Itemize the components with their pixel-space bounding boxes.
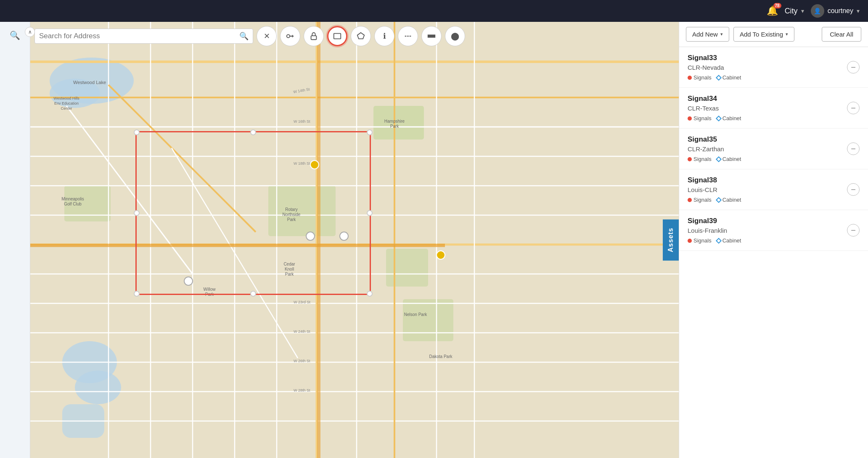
info-tool-button[interactable]: ℹ bbox=[374, 26, 394, 46]
main-container: 🔍 ∧ 🔍 ✕ bbox=[0, 22, 868, 458]
lock-tool-button[interactable] bbox=[304, 26, 324, 46]
add-to-existing-button[interactable]: Add To Existing ▾ bbox=[733, 27, 794, 42]
svg-text:Golf Club: Golf Club bbox=[64, 202, 82, 206]
cabinet-tag-label: Cabinet bbox=[722, 74, 741, 81]
add-to-existing-label: Add To Existing bbox=[740, 31, 783, 38]
sidebar-search-icon[interactable]: 🔍 bbox=[6, 27, 24, 44]
extra-tool-button[interactable]: ⬤ bbox=[445, 26, 465, 46]
cabinet-diamond-icon bbox=[716, 237, 722, 243]
map-container[interactable]: 🔍 ✕ bbox=[30, 22, 679, 458]
svg-rect-3 bbox=[428, 34, 435, 37]
cabinet-tag-label: Cabinet bbox=[722, 237, 741, 244]
search-button[interactable]: 🔍 bbox=[239, 32, 249, 41]
remove-signal-button-signal35[interactable]: − bbox=[847, 142, 860, 155]
add-new-chevron-icon: ▾ bbox=[720, 32, 723, 37]
svg-text:Center: Center bbox=[61, 106, 72, 111]
add-to-existing-chevron-icon: ▾ bbox=[786, 32, 788, 37]
svg-text:Rotary: Rotary bbox=[285, 207, 297, 212]
cabinet-tag-signal38: Cabinet bbox=[717, 197, 741, 203]
signal-dot-icon bbox=[688, 116, 692, 121]
signal-subtitle-signal33: CLR-Nevada bbox=[688, 64, 847, 71]
svg-rect-1 bbox=[311, 36, 317, 39]
rectangle-tool-button[interactable] bbox=[327, 26, 347, 46]
svg-point-69 bbox=[306, 232, 315, 240]
svg-text:W 24th St: W 24th St bbox=[294, 329, 310, 334]
svg-text:W 16th St: W 16th St bbox=[294, 119, 310, 124]
add-new-button[interactable]: Add New ▾ bbox=[686, 27, 729, 42]
cabinet-tag-label: Cabinet bbox=[722, 156, 741, 162]
user-menu[interactable]: 👤 courtney ▾ bbox=[811, 4, 860, 18]
remove-signal-button-signal39[interactable]: − bbox=[847, 224, 860, 237]
panel-toolbar: Add New ▾ Add To Existing ▾ Clear All bbox=[679, 22, 868, 47]
right-panel: Add New ▾ Add To Existing ▾ Clear All Si… bbox=[679, 22, 868, 458]
assets-label: Assets bbox=[667, 228, 674, 252]
signal-info-signal34: Signal34 CLR-Texas Signals Cabinet bbox=[688, 95, 847, 121]
svg-text:W 23rd St: W 23rd St bbox=[294, 300, 311, 304]
signal-tag-label: Signals bbox=[693, 74, 712, 81]
user-chevron-icon: ▾ bbox=[857, 8, 860, 14]
close-tool-button[interactable]: ✕ bbox=[257, 26, 277, 46]
signal-tag-signal35: Signals bbox=[688, 156, 712, 162]
svg-text:Nelson Park: Nelson Park bbox=[404, 312, 427, 317]
signal-info-signal35: Signal35 CLR-Zarthan Signals Cabinet bbox=[688, 135, 847, 162]
assets-tab-button[interactable]: Assets bbox=[663, 219, 679, 261]
svg-point-70 bbox=[340, 232, 348, 240]
signal-tags-signal33: Signals Cabinet bbox=[688, 74, 847, 81]
signal-name-signal35: Signal35 bbox=[688, 135, 847, 144]
svg-text:Env Education: Env Education bbox=[54, 101, 79, 105]
svg-text:W 26th St: W 26th St bbox=[294, 359, 310, 363]
svg-text:Park: Park bbox=[390, 124, 400, 129]
search-input[interactable] bbox=[39, 32, 236, 40]
signal-tag-signal38: Signals bbox=[688, 197, 712, 203]
signal-dot-icon bbox=[688, 76, 692, 80]
cabinet-diamond-icon bbox=[716, 74, 722, 80]
signal-subtitle-signal38: Louis-CLR bbox=[688, 186, 847, 193]
svg-text:Westwood Hills: Westwood Hills bbox=[53, 96, 79, 100]
remove-signal-button-signal33[interactable]: − bbox=[847, 61, 860, 74]
svg-point-68 bbox=[310, 161, 319, 169]
signal-tags-signal34: Signals Cabinet bbox=[688, 115, 847, 121]
cabinet-diamond-icon bbox=[716, 197, 722, 203]
svg-text:Northside: Northside bbox=[283, 212, 301, 217]
dash-tool-button[interactable] bbox=[398, 26, 418, 46]
notification-bell[interactable]: 🔔 78 bbox=[767, 5, 778, 16]
svg-point-0 bbox=[287, 34, 290, 37]
sidebar-collapse-button[interactable]: ∧ bbox=[25, 27, 35, 37]
svg-text:Knoll: Knoll bbox=[285, 267, 294, 271]
remove-signal-button-signal38[interactable]: − bbox=[847, 183, 860, 196]
key-tool-button[interactable] bbox=[280, 26, 300, 46]
svg-point-72 bbox=[437, 251, 445, 259]
svg-point-8 bbox=[75, 371, 121, 404]
svg-text:Park: Park bbox=[287, 217, 296, 222]
clear-all-button[interactable]: Clear All bbox=[822, 27, 861, 42]
username-label: courtney bbox=[828, 7, 853, 15]
avatar: 👤 bbox=[811, 4, 824, 18]
signal-tags-signal39: Signals Cabinet bbox=[688, 237, 847, 244]
map-tiles[interactable]: Westwood Lake Westwood Hills Env Educati… bbox=[30, 22, 679, 458]
svg-text:Park: Park bbox=[285, 272, 294, 276]
city-selector[interactable]: City ▾ bbox=[785, 7, 804, 16]
svg-text:Park: Park bbox=[205, 292, 214, 297]
svg-rect-11 bbox=[268, 186, 336, 236]
signal-dot-icon bbox=[688, 198, 692, 202]
signal-dot-icon bbox=[688, 157, 692, 161]
cabinet-tag-label: Cabinet bbox=[722, 115, 741, 121]
signal-info-signal39: Signal39 Louis-Franklin Signals Cabinet bbox=[688, 217, 847, 244]
signal-tag-label: Signals bbox=[693, 197, 712, 203]
city-chevron-icon: ▾ bbox=[801, 8, 804, 14]
signal-item-signal34: Signal34 CLR-Texas Signals Cabinet − bbox=[679, 88, 868, 129]
top-nav: 🔔 78 City ▾ 👤 courtney ▾ bbox=[0, 0, 868, 22]
signal-name-signal39: Signal39 bbox=[688, 217, 847, 225]
signal-item-signal35: Signal35 CLR-Zarthan Signals Cabinet − bbox=[679, 129, 868, 169]
signal-item-signal39: Signal39 Louis-Franklin Signals Cabinet … bbox=[679, 210, 868, 251]
remove-signal-button-signal34[interactable]: − bbox=[847, 102, 860, 114]
notification-badge: 78 bbox=[773, 3, 781, 8]
svg-text:W 28th St: W 28th St bbox=[294, 388, 310, 392]
svg-text:Dakota Park: Dakota Park bbox=[429, 354, 453, 359]
city-label: City bbox=[785, 7, 798, 16]
pentagon-tool-button[interactable] bbox=[351, 26, 371, 46]
rect2-tool-button[interactable] bbox=[421, 26, 442, 46]
cabinet-tag-signal33: Cabinet bbox=[717, 74, 741, 81]
signal-list: Signal33 CLR-Nevada Signals Cabinet − Si… bbox=[679, 47, 868, 458]
signal-name-signal33: Signal33 bbox=[688, 54, 847, 62]
